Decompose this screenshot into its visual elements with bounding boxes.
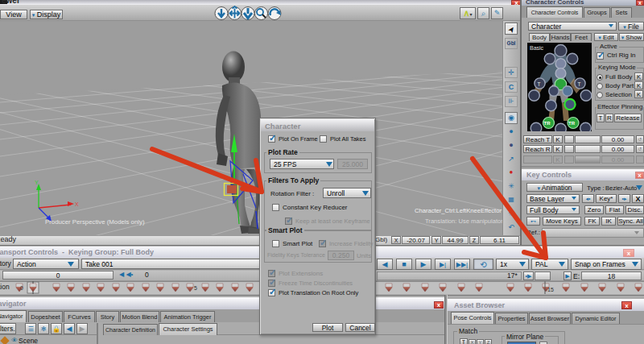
svg-text:5: 5 <box>194 285 197 291</box>
svg-text:15: 15 <box>547 287 554 292</box>
svg-text:Basic: Basic <box>530 45 544 51</box>
svg-text:Producer Perspective (Models o: Producer Perspective (Models only) <box>45 218 145 226</box>
svg-text:Y: Y <box>35 180 39 185</box>
svg-text:TR: TR <box>568 121 576 126</box>
svg-text:Translation: Use manipulator: Translation: Use manipulator <box>425 218 502 225</box>
svg-text:X: X <box>75 201 79 207</box>
svg-text:T: T <box>578 81 581 87</box>
svg-text:0: 0 <box>20 285 23 291</box>
svg-text:TR: TR <box>544 121 551 126</box>
svg-text:Character_Ctrl:LeftKneeEffecto: Character_Ctrl:LeftKneeEffector <box>415 207 502 214</box>
svg-text:T: T <box>538 81 541 87</box>
